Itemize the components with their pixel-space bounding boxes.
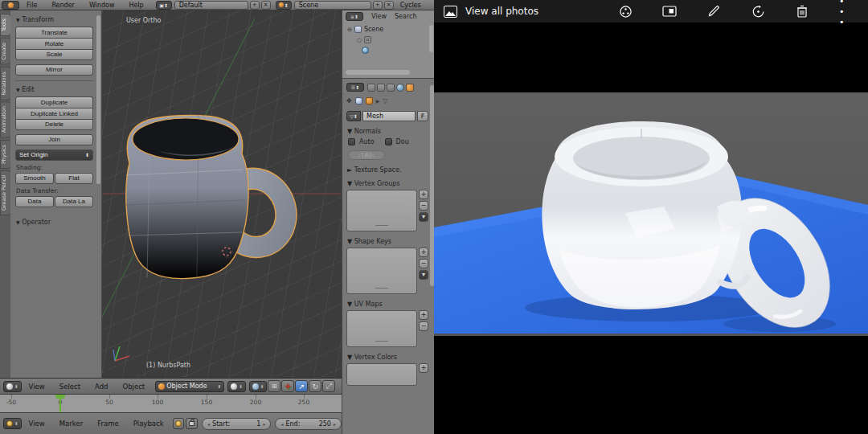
data-button[interactable]: Data bbox=[15, 196, 54, 207]
outliner-item-world[interactable] bbox=[347, 45, 435, 55]
scene-select[interactable]: Scene bbox=[294, 1, 371, 10]
shape-keys-list[interactable] bbox=[346, 248, 417, 294]
duplicate-linked-button[interactable]: Duplicate Linked bbox=[15, 108, 93, 119]
smooth-angle-slider[interactable]: ‹ 180 › bbox=[348, 150, 385, 160]
render-layers-context-icon[interactable] bbox=[377, 84, 385, 92]
scene-context-icon[interactable] bbox=[387, 84, 395, 92]
properties-editor-type-icon[interactable]: ☰⬍ bbox=[346, 83, 364, 92]
menu-file[interactable]: File bbox=[19, 2, 44, 9]
timeline-playback-menu[interactable]: Playback bbox=[126, 420, 171, 428]
auto-smooth-checkbox[interactable] bbox=[348, 138, 355, 145]
outliner-view-menu[interactable]: View bbox=[371, 13, 387, 20]
edit-section-header[interactable]: ▼ Edit bbox=[16, 86, 93, 93]
scene-icon[interactable]: ⬍ bbox=[276, 1, 292, 10]
transform-section-header[interactable]: ▼ Transform bbox=[16, 16, 93, 23]
shape-keys-panel-header[interactable]: ▼ Shape Keys bbox=[347, 238, 428, 245]
tab-grease-pencil[interactable]: Grease Pencil bbox=[0, 170, 10, 215]
smooth-button[interactable]: Smooth bbox=[15, 173, 54, 184]
shape-key-add-button[interactable]: + bbox=[419, 248, 428, 257]
menu-window[interactable]: Window bbox=[82, 2, 122, 9]
translate-button[interactable]: Translate bbox=[15, 27, 93, 38]
timeline-view-menu[interactable]: View bbox=[22, 420, 52, 428]
rotate-manipulator-button[interactable]: ↻ bbox=[309, 380, 321, 392]
pivot-point-select[interactable]: ⬍ bbox=[249, 381, 268, 392]
vertex-groups-list[interactable] bbox=[346, 190, 417, 231]
scale-button[interactable]: Scale bbox=[15, 49, 93, 60]
menu-help[interactable]: Help bbox=[121, 2, 150, 9]
double-sided-checkbox[interactable] bbox=[385, 138, 392, 145]
data-layout-button[interactable]: Data La bbox=[55, 196, 93, 207]
render-context-icon[interactable] bbox=[367, 84, 375, 92]
view3d-select-menu[interactable]: Select bbox=[52, 383, 88, 391]
delete-button[interactable] bbox=[795, 4, 809, 18]
manipulator-axes-button[interactable]: ✚ bbox=[281, 380, 294, 392]
outliner-vscrollbar[interactable] bbox=[429, 25, 433, 52]
outliner-item-scene[interactable]: ⊖ Scene bbox=[347, 24, 435, 35]
vertex-group-specials-button[interactable]: ▾ bbox=[419, 212, 428, 222]
uv-maps-list[interactable] bbox=[346, 310, 417, 347]
scale-manipulator-button[interactable]: ⤢ bbox=[322, 380, 335, 392]
share-button[interactable] bbox=[618, 4, 633, 18]
vertex-group-add-button[interactable]: + bbox=[419, 190, 428, 199]
rotate-button[interactable] bbox=[751, 4, 765, 18]
tab-relations[interactable]: Relations bbox=[0, 67, 10, 100]
screen-layout-select[interactable]: Default bbox=[174, 1, 248, 10]
texture-space-panel-header[interactable]: ► Texture Space. bbox=[347, 166, 428, 174]
mesh-name-field[interactable]: Mesh bbox=[362, 111, 416, 121]
fake-user-button[interactable]: F bbox=[417, 111, 428, 121]
delete-button[interactable]: Delete bbox=[15, 119, 93, 130]
flat-button[interactable]: Flat bbox=[55, 173, 93, 184]
timeline-frame-menu[interactable]: Frame bbox=[90, 420, 125, 428]
start-frame-field[interactable]: ◂Start:1▸ bbox=[202, 418, 271, 430]
render-engine-select[interactable]: Cycles bbox=[400, 2, 421, 9]
view3d-add-menu[interactable]: Add bbox=[88, 383, 115, 391]
view3d-view-menu[interactable]: View bbox=[22, 383, 52, 391]
outliner-search-menu[interactable]: Search bbox=[395, 13, 416, 20]
vertex-colors-panel-header[interactable]: ▼ Vertex Colors bbox=[347, 354, 428, 361]
translate-manipulator-button[interactable]: ↗ bbox=[295, 380, 308, 392]
add-layout-button[interactable]: + bbox=[250, 1, 260, 10]
timeline-marker-menu[interactable]: Marker bbox=[52, 420, 90, 428]
vertex-colors-list[interactable] bbox=[346, 363, 417, 386]
end-frame-field[interactable]: ◂End:250▸ bbox=[275, 418, 342, 430]
screen-layout-icon[interactable]: ▣⬍ bbox=[156, 1, 172, 10]
mirror-button[interactable]: Mirror bbox=[15, 64, 93, 76]
view3d-editor-type-icon[interactable]: ⬍ bbox=[3, 381, 22, 392]
vertex-groups-panel-header[interactable]: ▼ Vertex Groups bbox=[347, 180, 428, 187]
object-context-icon[interactable] bbox=[406, 84, 414, 92]
photo-view[interactable] bbox=[434, 92, 868, 336]
lock-time-button[interactable] bbox=[186, 418, 198, 429]
blender-logo-icon[interactable] bbox=[2, 1, 19, 10]
timeline-ruler[interactable]: -50 0 50 100 150 200 250 bbox=[0, 394, 342, 412]
set-origin-dropdown[interactable]: Set Origin⬍ bbox=[15, 149, 93, 161]
slideshow-button[interactable] bbox=[662, 4, 677, 18]
rotate-button[interactable]: Rotate bbox=[15, 38, 93, 49]
delete-layout-button[interactable]: ✕ bbox=[261, 1, 271, 10]
duplicate-button[interactable]: Duplicate bbox=[15, 96, 93, 108]
timeline-playhead-cap[interactable] bbox=[55, 395, 65, 399]
shape-key-remove-button[interactable]: − bbox=[419, 259, 428, 268]
photos-title[interactable]: View all photos bbox=[465, 6, 538, 17]
vertex-color-add-button[interactable]: + bbox=[419, 363, 428, 373]
delete-scene-button[interactable]: ✕ bbox=[384, 1, 394, 10]
viewport-3d[interactable]: User Ortho (1) NurbsPath bbox=[102, 10, 342, 378]
toolshelf-scrollbar[interactable] bbox=[96, 15, 100, 184]
vertex-group-remove-button[interactable]: − bbox=[419, 201, 428, 211]
view3d-object-menu[interactable]: Object bbox=[115, 383, 152, 391]
mesh-datablock-browse[interactable]: ▽⬍ bbox=[346, 111, 361, 121]
outliner-hscrollbar[interactable] bbox=[346, 70, 410, 75]
use-preview-range-button[interactable] bbox=[173, 418, 185, 429]
world-context-icon[interactable] bbox=[396, 84, 404, 92]
pin-icon[interactable]: ✥ bbox=[346, 97, 352, 104]
uv-map-add-button[interactable]: + bbox=[419, 310, 428, 320]
uv-maps-panel-header[interactable]: ▼ UV Maps bbox=[347, 301, 428, 308]
viewport-shading-select[interactable]: ⬍ bbox=[227, 381, 246, 392]
tab-create[interactable]: Create bbox=[0, 38, 10, 65]
tab-physics[interactable]: Physics bbox=[0, 140, 10, 169]
edit-button[interactable] bbox=[706, 4, 721, 18]
shape-key-specials-button[interactable]: ▾ bbox=[419, 270, 428, 280]
snap-grid-button[interactable]: ⊞ bbox=[268, 380, 280, 392]
tab-tools[interactable]: Tools bbox=[0, 14, 10, 36]
mode-select[interactable]: Object Mode⬍ bbox=[155, 381, 224, 392]
join-button[interactable]: Join bbox=[15, 134, 93, 145]
